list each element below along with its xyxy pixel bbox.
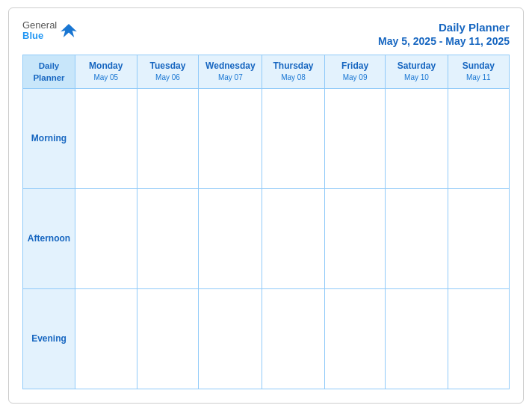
col-wednesday: Wednesday May 07 xyxy=(199,55,262,88)
morning-monday[interactable] xyxy=(75,88,137,188)
morning-wednesday[interactable] xyxy=(199,88,262,188)
morning-saturday[interactable] xyxy=(386,88,448,188)
logo-blue-text: Blue xyxy=(22,31,57,41)
evening-saturday[interactable] xyxy=(386,288,448,389)
afternoon-label: Afternoon xyxy=(23,188,75,288)
friday-name: Friday xyxy=(328,60,383,72)
morning-friday[interactable] xyxy=(324,88,386,188)
monday-date: May 05 xyxy=(78,72,134,83)
col-friday: Friday May 09 xyxy=(324,55,386,88)
planner-table: Daily Planner Monday May 05 Tuesday May … xyxy=(22,55,510,390)
svg-marker-0 xyxy=(61,24,77,37)
evening-friday[interactable] xyxy=(324,288,386,389)
evening-row: Evening xyxy=(23,288,510,389)
col-thursday: Thursday May 08 xyxy=(262,55,325,88)
evening-wednesday[interactable] xyxy=(199,288,262,389)
evening-label: Evening xyxy=(23,288,75,389)
evening-sunday[interactable] xyxy=(448,288,509,389)
afternoon-thursday[interactable] xyxy=(262,188,325,288)
saturday-date: May 10 xyxy=(389,72,444,83)
afternoon-wednesday[interactable] xyxy=(199,188,262,288)
planner-page: General Blue Daily Planner May 5, 2025 -… xyxy=(8,7,524,404)
morning-label: Morning xyxy=(23,88,75,188)
afternoon-tuesday[interactable] xyxy=(137,188,199,288)
afternoon-monday[interactable] xyxy=(75,188,137,288)
wednesday-name: Wednesday xyxy=(202,60,259,72)
afternoon-sunday[interactable] xyxy=(448,188,509,288)
thursday-date: May 08 xyxy=(265,72,321,83)
sunday-date: May 11 xyxy=(451,72,506,83)
afternoon-row: Afternoon xyxy=(23,188,510,288)
logo-general-text: General xyxy=(22,20,57,31)
header: General Blue Daily Planner May 5, 2025 -… xyxy=(22,20,510,47)
planner-title: Daily Planner xyxy=(378,20,510,35)
morning-sunday[interactable] xyxy=(448,88,509,188)
friday-date: May 09 xyxy=(328,72,383,83)
monday-name: Monday xyxy=(78,60,134,72)
col-saturday: Saturday May 10 xyxy=(386,55,448,88)
afternoon-friday[interactable] xyxy=(324,188,386,288)
tuesday-name: Tuesday xyxy=(140,60,196,72)
col-label-1: Daily xyxy=(39,61,60,70)
col-tuesday: Tuesday May 06 xyxy=(137,55,199,88)
col-header-label: Daily Planner xyxy=(23,55,75,88)
tuesday-date: May 06 xyxy=(140,72,196,83)
header-right: Daily Planner May 5, 2025 - May 11, 2025 xyxy=(378,20,510,47)
afternoon-saturday[interactable] xyxy=(386,188,448,288)
morning-tuesday[interactable] xyxy=(137,88,199,188)
table-header-row: Daily Planner Monday May 05 Tuesday May … xyxy=(23,55,510,88)
morning-row: Morning xyxy=(23,88,510,188)
evening-thursday[interactable] xyxy=(262,288,325,389)
logo-bird-icon xyxy=(60,22,78,40)
sunday-name: Sunday xyxy=(451,60,506,72)
wednesday-date: May 07 xyxy=(202,72,259,83)
evening-tuesday[interactable] xyxy=(137,288,199,389)
evening-monday[interactable] xyxy=(75,288,137,389)
morning-thursday[interactable] xyxy=(262,88,325,188)
saturday-name: Saturday xyxy=(389,60,444,72)
col-monday: Monday May 05 xyxy=(75,55,137,88)
date-range: May 5, 2025 - May 11, 2025 xyxy=(378,35,510,47)
thursday-name: Thursday xyxy=(265,60,321,72)
col-sunday: Sunday May 11 xyxy=(448,55,509,88)
col-label-2: Planner xyxy=(33,73,64,82)
logo: General Blue xyxy=(22,20,78,42)
